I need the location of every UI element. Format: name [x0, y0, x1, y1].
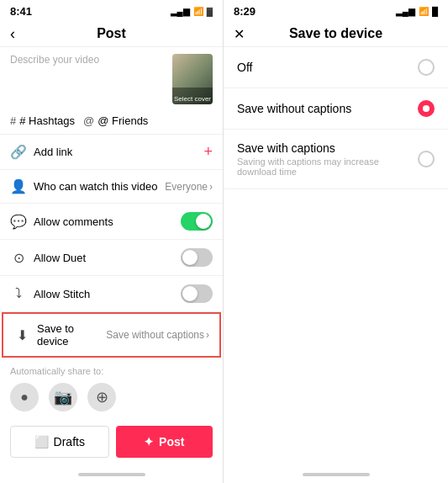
home-bar-right [303, 473, 370, 476]
home-indicator-right [224, 466, 448, 483]
option-off-row[interactable]: Off [224, 47, 448, 88]
link-icon: 🔗 [10, 144, 27, 160]
at-icon: @ [83, 114, 94, 127]
save-device-value: Save without captions › [106, 329, 209, 341]
post-button[interactable]: ✦ Post [116, 426, 213, 458]
allow-duet-label: Allow Duet [34, 252, 174, 264]
stitch-icon: ⤵ [10, 286, 27, 301]
option-no-captions-radio[interactable] [418, 100, 435, 117]
save-device-label: Save to device [37, 322, 99, 348]
post-label: Post [159, 435, 184, 448]
share-icons-row: ● 📷 ⊕ [10, 383, 213, 411]
status-bar-right: 8:29 ▂▄▆ 📶 █ [224, 0, 448, 21]
battery-icon: ▓ [207, 7, 213, 16]
save-device-title: Save to device [289, 26, 382, 41]
share-circle-default[interactable]: ● [10, 383, 39, 411]
status-icons-left: ▂▄▆ 📶 ▓ [171, 7, 213, 16]
hashtag-button[interactable]: # # Hashtags [10, 114, 75, 127]
post-icon: ✦ [144, 435, 154, 448]
battery-right-icon: █ [432, 7, 438, 16]
allow-comments-toggle[interactable] [181, 212, 213, 231]
post-title: Post [97, 26, 126, 41]
signal-right-icon: ▂▄▆ [396, 7, 415, 16]
add-link-row[interactable]: 🔗 Add link + [0, 135, 223, 170]
auto-share-section: Automatically share to: ● 📷 ⊕ [0, 358, 223, 417]
save-device-header: ✕ Save to device [224, 21, 448, 47]
allow-duet-toggle[interactable] [181, 248, 213, 267]
hashtag-label: # Hashtags [19, 114, 75, 127]
chevron-right-icon: › [209, 181, 213, 193]
status-icons-right: ▂▄▆ 📶 █ [396, 7, 438, 16]
option-with-captions-label: Save with captions [237, 141, 418, 155]
allow-stitch-toggle[interactable] [181, 284, 213, 303]
option-no-captions-label: Save without captions [237, 102, 418, 115]
option-with-captions-radio[interactable] [418, 151, 435, 167]
friends-label: @ Friends [98, 114, 148, 127]
add-link-label: Add link [34, 146, 197, 158]
allow-stitch-row: ⤵ Allow Stitch [0, 276, 223, 312]
chevron-right-save-icon: › [206, 329, 209, 341]
left-panel: 8:41 ▂▄▆ 📶 ▓ ‹ Post Describe your video … [0, 0, 224, 483]
drafts-label: Drafts [54, 435, 85, 448]
tags-row: # # Hashtags @ @ Friends [0, 111, 223, 135]
time-right: 8:29 [234, 5, 256, 18]
save-device-row[interactable]: ⬇ Save to device Save without captions › [2, 312, 221, 358]
visibility-icon: 👤 [10, 178, 27, 194]
video-description-input[interactable]: Describe your video [10, 54, 166, 66]
option-no-captions-row[interactable]: Save without captions [224, 88, 448, 130]
duet-icon: ⊙ [10, 250, 27, 266]
option-off-radio[interactable] [418, 59, 435, 76]
time-left: 8:41 [10, 5, 32, 18]
allow-duet-row: ⊙ Allow Duet [0, 240, 223, 276]
comment-icon: 💬 [10, 214, 27, 230]
add-link-plus-icon: + [203, 143, 213, 161]
allow-comments-label: Allow comments [34, 215, 174, 228]
hashtag-icon: # [10, 114, 16, 127]
share-add-button[interactable]: ⊕ [87, 383, 116, 411]
select-cover-label[interactable]: Select cover [172, 95, 213, 103]
who-watch-value: Everyone › [165, 181, 213, 193]
home-indicator-left [0, 466, 223, 483]
allow-comments-row: 💬 Allow comments [0, 204, 223, 240]
wifi-right-icon: 📶 [419, 7, 429, 16]
auto-share-label: Automatically share to: [10, 366, 213, 376]
status-bar-left: 8:41 ▂▄▆ 📶 ▓ [0, 0, 223, 21]
friends-button[interactable]: @ @ Friends [83, 114, 148, 127]
close-button[interactable]: ✕ [234, 26, 245, 42]
option-with-captions-row[interactable]: Save with captions Saving with captions … [224, 130, 448, 189]
home-bar-left [78, 473, 145, 476]
post-header: ‹ Post [0, 21, 223, 47]
right-panel: 8:29 ▂▄▆ 📶 █ ✕ Save to device Off Save w… [224, 0, 448, 483]
option-with-captions-sub: Saving with captions may increase downlo… [237, 157, 418, 177]
drafts-icon: ⬜ [34, 435, 49, 448]
bottom-buttons: ⬜ Drafts ✦ Post [0, 417, 223, 466]
allow-stitch-label: Allow Stitch [34, 288, 174, 300]
video-thumbnail[interactable]: Select cover [172, 54, 213, 104]
share-instagram-button[interactable]: 📷 [49, 383, 77, 411]
download-icon: ⬇ [13, 327, 30, 343]
wifi-icon: 📶 [193, 7, 203, 16]
who-watch-row[interactable]: 👤 Who can watch this video Everyone › [0, 170, 223, 204]
video-desc-area: Describe your video Select cover [0, 47, 223, 111]
signal-icon: ▂▄▆ [171, 7, 190, 16]
back-button[interactable]: ‹ [10, 25, 15, 43]
who-watch-label: Who can watch this video [34, 180, 158, 193]
option-off-label: Off [237, 61, 418, 74]
drafts-button[interactable]: ⬜ Drafts [10, 426, 109, 458]
